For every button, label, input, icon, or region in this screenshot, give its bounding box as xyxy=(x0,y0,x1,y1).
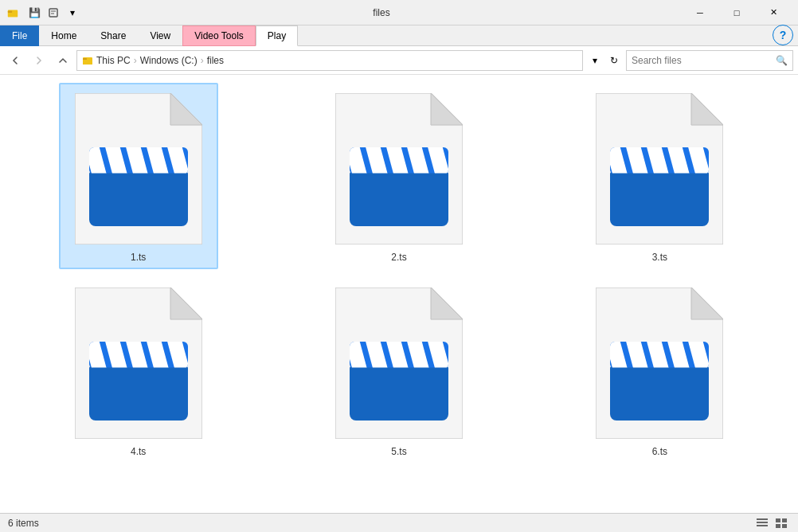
file-label: 1.ts xyxy=(131,252,146,263)
quick-access-bar: 💾 ▾ xyxy=(25,4,81,22)
file-label: 3.ts xyxy=(652,252,667,263)
window-icon-area xyxy=(6,6,19,19)
svg-marker-57 xyxy=(431,288,463,319)
svg-marker-9 xyxy=(170,93,202,125)
svg-rect-81 xyxy=(757,522,768,523)
tab-play[interactable]: Play xyxy=(256,25,298,46)
file-icon xyxy=(592,89,727,248)
file-icon xyxy=(71,89,206,248)
window-controls: ─ □ ✕ xyxy=(682,0,792,25)
svg-rect-86 xyxy=(782,524,787,528)
dropdown-quick-btn[interactable]: ▾ xyxy=(64,4,81,22)
file-icon xyxy=(331,284,467,443)
file-item-2.ts[interactable]: 2.ts xyxy=(319,83,479,269)
close-button[interactable]: ✕ xyxy=(755,0,792,25)
title-bar: 💾 ▾ files ─ □ ✕ xyxy=(0,0,798,25)
svg-marker-21 xyxy=(431,93,463,125)
tab-file[interactable]: File xyxy=(0,25,39,46)
svg-rect-58 xyxy=(350,363,448,421)
item-count: 6 items xyxy=(8,518,39,529)
svg-rect-1 xyxy=(8,10,12,13)
breadcrumb-files[interactable]: files xyxy=(207,55,224,66)
file-item-1.ts[interactable]: 1.ts xyxy=(59,83,218,269)
main-area: 1.ts 2.ts xyxy=(0,75,798,513)
svg-rect-80 xyxy=(757,518,768,520)
svg-rect-10 xyxy=(89,169,188,226)
ribbon-tabs: File Home Share View Video Tools Play ? xyxy=(0,25,798,46)
view-buttons xyxy=(753,516,790,530)
file-icon xyxy=(331,89,467,248)
breadcrumb-windows[interactable]: Windows (C:) xyxy=(140,55,198,66)
svg-rect-82 xyxy=(757,525,768,526)
file-icon xyxy=(71,284,206,443)
help-button[interactable]: ? xyxy=(773,25,793,45)
tab-share[interactable]: Share xyxy=(88,25,138,46)
minimize-button[interactable]: ─ xyxy=(682,0,718,25)
svg-rect-34 xyxy=(610,169,709,226)
tab-home[interactable]: Home xyxy=(39,25,88,46)
file-label: 2.ts xyxy=(391,252,406,263)
svg-rect-83 xyxy=(776,518,780,522)
search-input[interactable] xyxy=(632,55,773,66)
address-dropdown-btn[interactable]: ▾ xyxy=(586,52,604,69)
file-label: 5.ts xyxy=(391,446,406,457)
back-button[interactable] xyxy=(5,50,25,71)
svg-rect-6 xyxy=(83,59,92,65)
file-item-4.ts[interactable]: 4.ts xyxy=(59,277,218,464)
svg-rect-22 xyxy=(350,169,448,226)
svg-rect-2 xyxy=(49,9,57,17)
file-icon xyxy=(592,284,727,443)
tab-video-tools[interactable]: Video Tools xyxy=(182,25,256,46)
svg-rect-85 xyxy=(776,524,780,528)
svg-marker-33 xyxy=(691,93,723,125)
file-grid: 1.ts 2.ts xyxy=(0,75,798,513)
tab-view[interactable]: View xyxy=(138,25,182,46)
address-bar[interactable]: This PC › Windows (C:) › files xyxy=(76,50,583,71)
file-item-5.ts[interactable]: 5.ts xyxy=(319,277,479,464)
file-item-6.ts[interactable]: 6.ts xyxy=(580,277,739,464)
address-actions: ▾ ↻ xyxy=(586,52,623,69)
properties-quick-btn[interactable] xyxy=(45,4,62,22)
forward-button[interactable] xyxy=(29,50,49,71)
refresh-button[interactable]: ↻ xyxy=(605,52,623,69)
status-bar: 6 items xyxy=(0,513,798,532)
search-icon: 🔍 xyxy=(776,55,788,66)
svg-marker-69 xyxy=(691,288,723,319)
search-bar[interactable]: 🔍 xyxy=(626,50,793,71)
folder-icon xyxy=(82,55,93,66)
app-icon xyxy=(6,6,19,19)
file-label: 6.ts xyxy=(652,446,667,457)
file-label: 4.ts xyxy=(131,446,146,457)
navigation-bar: This PC › Windows (C:) › files ▾ ↻ 🔍 xyxy=(0,46,798,75)
save-quick-btn[interactable]: 💾 xyxy=(25,4,43,22)
window-title: files xyxy=(84,7,679,18)
up-button[interactable] xyxy=(53,50,73,71)
svg-rect-7 xyxy=(83,58,87,60)
large-icons-view-button[interactable] xyxy=(773,516,790,530)
maximize-button[interactable]: □ xyxy=(718,0,755,25)
breadcrumb-this-pc[interactable]: This PC xyxy=(96,55,131,66)
svg-rect-70 xyxy=(610,363,709,421)
svg-rect-84 xyxy=(782,518,787,522)
file-item-3.ts[interactable]: 3.ts xyxy=(580,83,739,269)
svg-marker-45 xyxy=(170,288,202,319)
svg-rect-46 xyxy=(89,363,188,421)
details-view-button[interactable] xyxy=(753,516,771,530)
